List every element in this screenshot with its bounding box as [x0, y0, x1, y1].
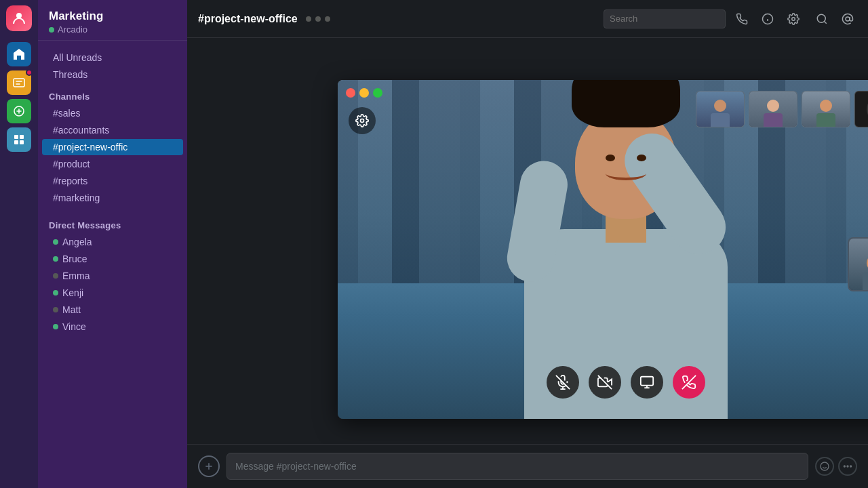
- sidebar-item-sales[interactable]: #sales: [42, 105, 183, 121]
- nav-channel4[interactable]: [7, 127, 31, 152]
- svg-rect-6: [20, 140, 24, 144]
- video-main: [338, 80, 868, 419]
- sidebar-item-reports[interactable]: #reports: [42, 173, 183, 189]
- sidebar-item-threads[interactable]: Threads: [42, 66, 183, 83]
- channel-marketing-label: #marketing: [53, 192, 100, 203]
- dot1: [306, 16, 311, 22]
- svg-point-14: [361, 119, 364, 123]
- p3-bg: [802, 92, 850, 127]
- icon-bar: [0, 0, 38, 488]
- dot3: [325, 16, 330, 22]
- participant-thumb-3[interactable]: [802, 91, 850, 127]
- channel-reports-label: #reports: [53, 176, 87, 186]
- sidebar-item-all-unreads[interactable]: All Unreads: [42, 49, 183, 66]
- workspace-avatar[interactable]: [6, 5, 32, 31]
- message-actions: [815, 457, 857, 476]
- sidebar-header: Marketing Arcadio: [38, 0, 187, 41]
- dm-angela-label: Angela: [62, 237, 92, 247]
- share-screen-button[interactable]: [631, 366, 663, 399]
- speaker-hair: [572, 80, 680, 127]
- channel-title: #project-new-office: [198, 13, 298, 25]
- header-dots: [306, 16, 330, 22]
- sidebar-item-emma[interactable]: Emma: [42, 268, 183, 284]
- add-attachment-button[interactable]: [198, 455, 220, 477]
- p1-head: [714, 100, 726, 112]
- sidebar-item-matt[interactable]: Matt: [42, 302, 183, 318]
- more-options-button[interactable]: [838, 457, 857, 476]
- participant-thumb-4[interactable]: [854, 91, 868, 127]
- dm-bruce-label: Bruce: [62, 253, 87, 264]
- speaker-smile: [606, 167, 646, 180]
- main-content: #project-new-office: [187, 0, 868, 488]
- channel-header: #project-new-office: [187, 0, 868, 38]
- kenji-status-dot: [53, 290, 58, 296]
- sidebar: Marketing Arcadio All Unreads Threads Ch…: [38, 0, 187, 488]
- video-gear-button[interactable]: [349, 107, 376, 134]
- participant-thumb-br[interactable]: [848, 237, 868, 291]
- sidebar-item-project-new-office[interactable]: #project-new-offic: [42, 139, 183, 155]
- speaker-eye-right: [637, 155, 646, 161]
- message-input[interactable]: [226, 453, 808, 480]
- emoji-button[interactable]: [815, 457, 834, 476]
- svg-point-28: [850, 466, 852, 467]
- svg-point-10: [792, 17, 795, 20]
- end-call-button[interactable]: [673, 366, 705, 399]
- video-call-overlay: [338, 80, 868, 419]
- status-indicator: [49, 27, 54, 33]
- maximize-window-btn[interactable]: [373, 88, 382, 98]
- search-icon-btn[interactable]: [812, 9, 831, 28]
- phone-icon-btn[interactable]: [732, 9, 751, 28]
- call-controls: [547, 366, 705, 399]
- minimize-window-btn[interactable]: [359, 88, 369, 98]
- p2-person: [762, 100, 784, 127]
- user-status: Arcadio: [49, 24, 176, 35]
- header-actions: [604, 9, 857, 28]
- br-bg: [849, 239, 868, 290]
- sidebar-item-bruce[interactable]: Bruce: [42, 251, 183, 267]
- svg-point-11: [817, 14, 825, 22]
- participant-thumb-1[interactable]: [696, 91, 745, 127]
- participant-2-inner: [749, 92, 797, 127]
- svg-rect-4: [20, 135, 24, 139]
- top-nav-section: All Unreads Threads: [38, 41, 187, 86]
- info-icon-btn[interactable]: [758, 9, 777, 28]
- dm-emma-label: Emma: [62, 270, 90, 281]
- dm-list: Angela Bruce Emma Kenji Matt Vince: [38, 233, 187, 336]
- participant-thumb-2[interactable]: [749, 91, 797, 127]
- window-controls: [346, 88, 382, 98]
- mute-button[interactable]: [547, 366, 579, 399]
- channel-accountants-label: #accountants: [53, 125, 109, 136]
- p1-body: [711, 113, 730, 127]
- matt-status-dot: [53, 307, 58, 312]
- channels-label: Channels: [38, 86, 187, 104]
- nav-dms[interactable]: [7, 70, 31, 95]
- dm-label: Direct Messages: [38, 215, 187, 233]
- svg-rect-5: [14, 140, 18, 144]
- nav-home[interactable]: [7, 42, 31, 66]
- video-toggle-button[interactable]: [589, 366, 621, 399]
- all-unreads-label: All Unreads: [53, 52, 102, 63]
- threads-label: Threads: [53, 69, 87, 80]
- sidebar-item-accountants[interactable]: #accountants: [42, 122, 183, 138]
- vince-status-dot: [53, 324, 58, 329]
- sidebar-item-marketing[interactable]: #marketing: [42, 190, 183, 206]
- dot2: [315, 16, 321, 22]
- at-icon-btn[interactable]: [838, 9, 857, 28]
- svg-rect-3: [14, 135, 18, 139]
- svg-line-12: [824, 21, 826, 23]
- nav-channel3[interactable]: [7, 99, 31, 123]
- sidebar-item-kenji[interactable]: Kenji: [42, 285, 183, 301]
- content-area: Channel Meeting You are in this call Sta…: [187, 38, 868, 444]
- sidebar-item-vince[interactable]: Vince: [42, 319, 183, 335]
- sidebar-item-angela[interactable]: Angela: [42, 234, 183, 250]
- settings-icon-btn[interactable]: [784, 9, 803, 28]
- sidebar-item-product[interactable]: #product: [42, 156, 183, 172]
- participant-4-inner: [855, 92, 868, 127]
- svg-rect-1: [14, 79, 24, 87]
- close-window-btn[interactable]: [346, 88, 355, 98]
- p1-person: [709, 100, 731, 127]
- header-search[interactable]: [604, 9, 726, 28]
- participant-3-inner: [802, 92, 850, 127]
- channels-list: #sales #accountants #project-new-offic #…: [38, 104, 187, 207]
- username: Arcadio: [58, 24, 87, 35]
